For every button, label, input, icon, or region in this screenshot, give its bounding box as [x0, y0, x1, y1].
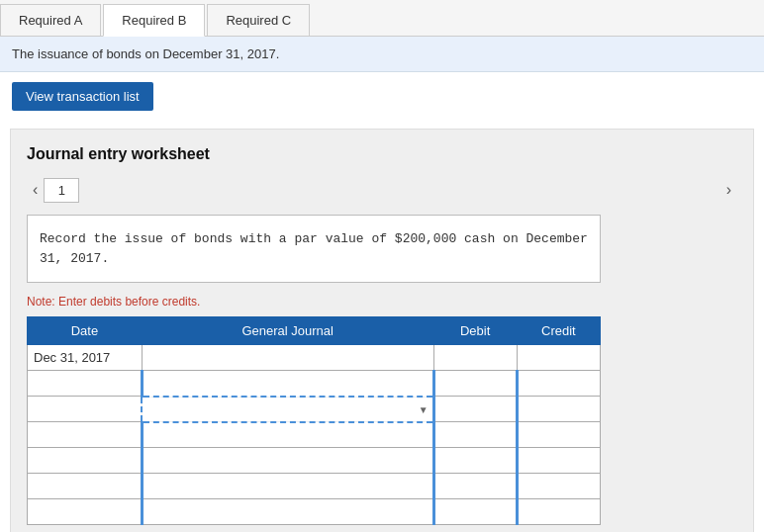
- prev-arrow[interactable]: ‹: [27, 177, 44, 203]
- tabs-bar: Required A Required B Required C: [0, 0, 764, 37]
- tab-required-b[interactable]: Required B: [103, 4, 205, 37]
- journal-input-0[interactable]: [143, 345, 433, 370]
- next-arrow[interactable]: ›: [720, 177, 737, 203]
- table-row-credit-3[interactable]: [517, 422, 600, 448]
- table-row-credit-1[interactable]: [517, 371, 600, 397]
- table-row-date-0: Dec 31, 2017: [28, 345, 143, 371]
- worksheet-container: Journal entry worksheet ‹ 1 › Record the…: [10, 129, 754, 532]
- credit-input-4[interactable]: [519, 448, 600, 473]
- table-row-journal-5[interactable]: [142, 474, 433, 499]
- journal-input-1[interactable]: [143, 371, 432, 396]
- view-transaction-button[interactable]: View transaction list: [12, 82, 153, 111]
- table-row-credit-4[interactable]: [517, 448, 600, 474]
- table-row-journal-2[interactable]: [142, 397, 433, 422]
- debit-input-4[interactable]: [435, 448, 516, 473]
- tab-required-a[interactable]: Required A: [0, 4, 101, 36]
- page-number: 1: [44, 178, 79, 203]
- debit-input-1[interactable]: [435, 371, 516, 396]
- credit-input-2[interactable]: [519, 397, 600, 421]
- table-row-debit-1[interactable]: [433, 371, 517, 397]
- description-box: Record the issue of bonds with a par val…: [27, 215, 601, 283]
- worksheet-title: Journal entry worksheet: [27, 145, 737, 163]
- table-row-credit-0[interactable]: [517, 345, 600, 371]
- table-row-debit-4[interactable]: [433, 448, 517, 474]
- debit-input-5[interactable]: [435, 474, 516, 498]
- note-text: Note: Enter debits before credits.: [27, 295, 737, 309]
- header-credit: Credit: [517, 317, 600, 345]
- table-row-date-6: [28, 499, 143, 525]
- credit-input-5[interactable]: [519, 474, 600, 498]
- debit-input-3[interactable]: [435, 422, 516, 447]
- table-row-date-1: [28, 371, 143, 397]
- table-row-credit-5[interactable]: [517, 474, 600, 499]
- nav-row: ‹ 1 ›: [27, 177, 737, 203]
- table-row-date-4: [28, 448, 143, 474]
- tab-required-c[interactable]: Required C: [207, 4, 310, 36]
- table-row-date-2: [28, 397, 143, 422]
- table-row-journal-3[interactable]: [142, 422, 433, 448]
- journal-table: Date General Journal Debit Credit Dec 31…: [27, 316, 601, 525]
- debit-input-2[interactable]: [435, 397, 516, 421]
- description-text: Record the issue of bonds with a par val…: [40, 231, 588, 266]
- header-date: Date: [28, 317, 143, 345]
- table-row-debit-0[interactable]: [433, 345, 517, 371]
- journal-input-6[interactable]: [143, 499, 432, 524]
- info-bar: The issuance of bonds on December 31, 20…: [0, 37, 764, 72]
- table-row-credit-6[interactable]: [517, 499, 600, 525]
- table-row-date-3: [28, 422, 143, 448]
- header-general-journal: General Journal: [142, 317, 433, 345]
- credit-input-3[interactable]: [519, 422, 600, 447]
- debit-input-0[interactable]: [434, 345, 517, 370]
- credit-input-6[interactable]: [519, 499, 600, 524]
- table-row-journal-4[interactable]: [142, 448, 433, 474]
- table-row-journal-6[interactable]: [142, 499, 433, 525]
- credit-input-1[interactable]: [519, 371, 600, 396]
- header-debit: Debit: [433, 317, 517, 345]
- journal-input-5[interactable]: [143, 474, 432, 498]
- journal-input-2[interactable]: [143, 398, 431, 421]
- table-row-debit-3[interactable]: [433, 422, 517, 448]
- table-row-debit-2[interactable]: [433, 397, 517, 422]
- journal-input-4[interactable]: [143, 448, 432, 473]
- table-row-journal-1[interactable]: [142, 371, 433, 397]
- debit-input-6[interactable]: [435, 499, 516, 524]
- credit-input-0[interactable]: [518, 345, 600, 370]
- table-row-debit-6[interactable]: [433, 499, 517, 525]
- info-bar-text: The issuance of bonds on December 31, 20…: [12, 46, 279, 61]
- table-row-date-5: [28, 474, 143, 499]
- journal-input-3[interactable]: [143, 423, 432, 448]
- table-row-debit-5[interactable]: [433, 474, 517, 499]
- table-row-journal-0[interactable]: [142, 345, 433, 371]
- toolbar: View transaction list: [0, 72, 764, 121]
- table-row-credit-2[interactable]: [517, 397, 600, 422]
